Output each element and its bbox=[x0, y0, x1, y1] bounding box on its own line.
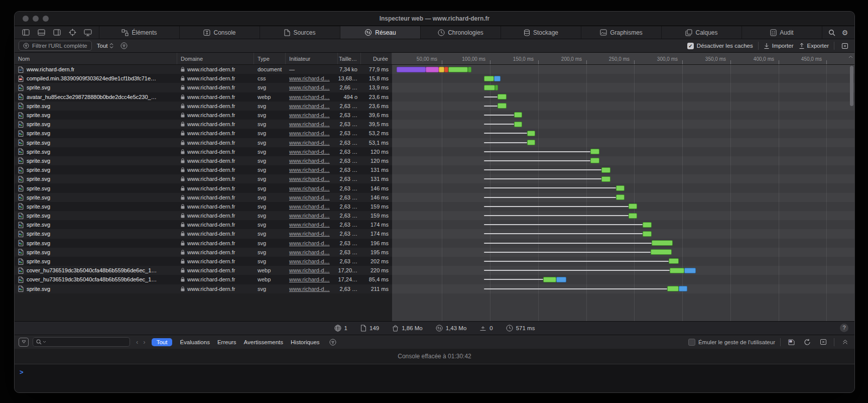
table-row[interactable]: sprite.svgwww.richard-dern.frsvgwww.rich… bbox=[15, 147, 854, 156]
vertical-scrollbar-thumb[interactable] bbox=[850, 66, 853, 106]
console-tab-evaluations[interactable]: Évaluations bbox=[180, 339, 209, 345]
initiator-link[interactable]: www.richard-d… bbox=[289, 194, 330, 200]
filter-options-icon[interactable] bbox=[118, 41, 130, 51]
initiator-link[interactable]: www.richard-d… bbox=[289, 112, 330, 118]
import-button[interactable]: Importer bbox=[764, 43, 794, 49]
scroll-up-icon[interactable] bbox=[848, 55, 853, 58]
table-row[interactable]: sprite.svgwww.richard-dern.frsvgwww.rich… bbox=[15, 284, 854, 293]
console-tab-errors[interactable]: Erreurs bbox=[217, 339, 236, 345]
table-row[interactable]: avatar_hu85ecc3e298728880b0bde2dcc4e5c23… bbox=[15, 92, 854, 102]
table-row[interactable]: sprite.svgwww.richard-dern.frsvgwww.rich… bbox=[15, 102, 854, 111]
table-row[interactable]: cover_hu736519dc3b5040cfa48b6b559b6de6ec… bbox=[15, 275, 854, 284]
table-row[interactable]: csscompiled.min.38390909f303624ed9e1cf1b… bbox=[15, 74, 854, 83]
console-tab-logs[interactable]: Historiques bbox=[291, 339, 320, 345]
console-filter-options-icon[interactable] bbox=[327, 337, 338, 347]
table-row[interactable]: sprite.svgwww.richard-dern.frsvgwww.rich… bbox=[15, 183, 854, 192]
tab-elements[interactable]: Éléments bbox=[99, 26, 179, 39]
initiator-link[interactable]: www.richard-d… bbox=[289, 222, 330, 228]
table-row[interactable]: sprite.svgwww.richard-dern.frsvgwww.rich… bbox=[15, 83, 854, 92]
table-row[interactable]: sprite.svgwww.richard-dern.frsvgwww.rich… bbox=[15, 202, 854, 211]
next-result-icon[interactable]: › bbox=[143, 338, 145, 346]
export-button[interactable]: Exporter bbox=[799, 43, 829, 49]
table-row[interactable]: sprite.svgwww.richard-dern.frsvgwww.rich… bbox=[15, 165, 854, 174]
initiator-link[interactable]: www.richard-d… bbox=[289, 140, 330, 146]
table-row[interactable]: sprite.svgwww.richard-dern.frsvgwww.rich… bbox=[15, 129, 854, 138]
console-tab-all[interactable]: Tout bbox=[152, 338, 173, 346]
console-search-input[interactable] bbox=[33, 337, 130, 347]
initiator-link[interactable]: www.richard-d… bbox=[289, 204, 330, 210]
table-row[interactable]: sprite.svgwww.richard-dern.frsvgwww.rich… bbox=[15, 239, 854, 248]
initiator-link[interactable]: www.richard-d… bbox=[289, 158, 330, 164]
close-window-button[interactable] bbox=[23, 16, 29, 22]
expand-console-icon[interactable] bbox=[839, 337, 850, 347]
column-header-duration[interactable]: Durée bbox=[361, 53, 392, 64]
initiator-link[interactable]: www.richard-d… bbox=[289, 94, 330, 100]
table-row[interactable]: sprite.svgwww.richard-dern.frsvgwww.rich… bbox=[15, 257, 854, 266]
initiator-link[interactable]: www.richard-d… bbox=[289, 167, 330, 173]
url-filter-input[interactable]: Filtrer l'URL complète bbox=[19, 41, 92, 51]
console-scope-icon[interactable] bbox=[19, 338, 29, 347]
table-row[interactable]: sprite.svgwww.richard-dern.frsvgwww.rich… bbox=[15, 229, 854, 238]
tab-storage[interactable]: Stockage bbox=[501, 26, 581, 39]
table-row[interactable]: sprite.svgwww.richard-dern.frsvgwww.rich… bbox=[15, 211, 854, 220]
element-picker-icon[interactable] bbox=[67, 28, 78, 38]
table-row[interactable]: cover_hu736519dc3b5040cfa48b6b559b6de6ec… bbox=[15, 266, 854, 275]
initiator-link[interactable]: www.richard-d… bbox=[289, 176, 330, 182]
zoom-window-button[interactable] bbox=[43, 16, 49, 22]
emulate-user-gesture-checkbox[interactable]: Émuler le geste de l'utilisateur bbox=[688, 339, 775, 346]
initiator-link[interactable]: www.richard-d… bbox=[289, 231, 330, 237]
column-header-domain[interactable]: Domaine bbox=[177, 53, 254, 64]
table-row[interactable]: www.richard-dern.frwww.richard-dern.frdo… bbox=[15, 65, 854, 74]
initiator-link[interactable]: www.richard-d… bbox=[289, 249, 330, 255]
column-header-name[interactable]: Nom bbox=[15, 53, 177, 64]
initiator-link[interactable]: www.richard-d… bbox=[289, 240, 330, 246]
table-row[interactable]: sprite.svgwww.richard-dern.frsvgwww.rich… bbox=[15, 174, 854, 183]
initiator-link[interactable]: www.richard-d… bbox=[289, 258, 330, 264]
table-row[interactable]: sprite.svgwww.richard-dern.frsvgwww.rich… bbox=[15, 111, 854, 120]
initiator-link[interactable]: www.richard-d… bbox=[289, 149, 330, 155]
tab-graphics[interactable]: Graphismes bbox=[581, 26, 661, 39]
clear-console-icon[interactable] bbox=[818, 337, 829, 347]
dock-bottom-icon[interactable] bbox=[36, 28, 47, 38]
previous-result-icon[interactable]: ‹ bbox=[136, 338, 138, 346]
device-display-icon[interactable] bbox=[82, 28, 93, 38]
search-icon[interactable] bbox=[826, 28, 837, 38]
dock-right-icon[interactable] bbox=[51, 28, 62, 38]
minimize-window-button[interactable] bbox=[33, 16, 39, 22]
dock-side-icon[interactable] bbox=[20, 28, 31, 38]
column-header-size[interactable]: Taille… bbox=[338, 53, 361, 64]
tab-audit[interactable]: Audit bbox=[741, 26, 822, 39]
initiator-link[interactable]: www.richard-d… bbox=[289, 75, 330, 81]
help-button[interactable]: ? bbox=[840, 324, 848, 332]
tab-sources[interactable]: Sources bbox=[260, 26, 340, 39]
initiator-link[interactable]: www.richard-d… bbox=[289, 267, 330, 273]
initiator-link[interactable]: www.richard-d… bbox=[289, 103, 330, 109]
table-row[interactable]: sprite.svgwww.richard-dern.frsvgwww.rich… bbox=[15, 220, 854, 229]
initiator-link[interactable]: www.richard-d… bbox=[289, 213, 330, 219]
table-row[interactable]: sprite.svgwww.richard-dern.frsvgwww.rich… bbox=[15, 138, 854, 147]
column-header-type[interactable]: Type bbox=[254, 53, 286, 64]
tab-timelines[interactable]: Chronologies bbox=[420, 26, 501, 39]
tab-console[interactable]: Console bbox=[179, 26, 260, 39]
initiator-link[interactable]: www.richard-d… bbox=[289, 185, 330, 191]
tab-network[interactable]: Réseau bbox=[340, 26, 420, 39]
resource-type-dropdown[interactable]: Tout bbox=[97, 43, 113, 49]
refresh-icon[interactable] bbox=[802, 337, 813, 347]
console-input-area[interactable]: > bbox=[15, 364, 854, 392]
console-tab-warnings[interactable]: Avertissements bbox=[244, 339, 283, 345]
settings-gear-icon[interactable]: ⚙ bbox=[839, 28, 850, 38]
initiator-link[interactable]: www.richard-d… bbox=[289, 84, 330, 90]
initiator-link[interactable]: www.richard-d… bbox=[289, 130, 330, 136]
tab-layers[interactable]: Calques bbox=[661, 26, 741, 39]
column-header-initiator[interactable]: Initiateur bbox=[286, 53, 338, 64]
initiator-link[interactable]: www.richard-d… bbox=[289, 276, 330, 282]
table-row[interactable]: sprite.svgwww.richard-dern.frsvgwww.rich… bbox=[15, 156, 854, 165]
initiator-link[interactable]: www.richard-d… bbox=[289, 121, 330, 127]
disable-caches-checkbox[interactable]: ✓ Désactiver les caches bbox=[687, 43, 753, 49]
table-row[interactable]: sprite.svgwww.richard-dern.frsvgwww.rich… bbox=[15, 248, 854, 257]
table-row[interactable]: sprite.svgwww.richard-dern.frsvgwww.rich… bbox=[15, 193, 854, 202]
table-row[interactable]: sprite.svgwww.richard-dern.frsvgwww.rich… bbox=[15, 120, 854, 129]
initiator-link[interactable]: www.richard-d… bbox=[289, 286, 330, 292]
clear-network-items-icon[interactable] bbox=[839, 41, 850, 51]
run-javascript-icon[interactable]: JS bbox=[786, 337, 797, 347]
